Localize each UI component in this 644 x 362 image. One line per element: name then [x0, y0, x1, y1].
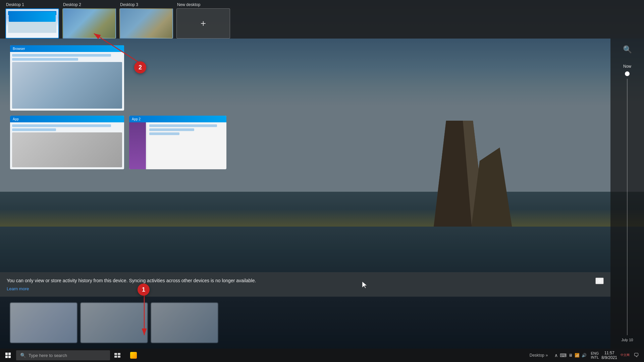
purple-sidebar [129, 122, 146, 169]
task-view-icon [114, 353, 120, 358]
timeline-line [627, 79, 628, 335]
network-icon[interactable]: 🖥 [569, 353, 573, 358]
svg-rect-12 [118, 353, 120, 355]
desktop-2-thumb[interactable] [62, 8, 116, 39]
window-content-1 [10, 52, 124, 111]
new-desktop-button[interactable]: + [176, 8, 230, 39]
windows-area: Browser App App 2 [0, 39, 610, 295]
lang-secondary: INTL [591, 355, 599, 359]
task-view-button[interactable] [110, 349, 125, 362]
caret-up-icon[interactable]: ∧ [554, 353, 558, 358]
content-image-2 [12, 132, 122, 167]
wifi-icon[interactable]: 📶 [575, 353, 580, 358]
taskbar-search[interactable]: 🔍 Type here to search [16, 350, 110, 360]
desktop-2-label: Desktop 2 [62, 2, 81, 7]
desktop-1-container: Desktop 1 [5, 2, 59, 39]
banner-close-button[interactable]: ✕ [595, 278, 604, 284]
window-titlebar-2: App [10, 116, 124, 122]
taskbar: 🔍 Type here to search Desktop » ∧ ⌨ 🖥 📶 [0, 349, 644, 362]
chinese-text: 中文网 [621, 354, 630, 357]
desktop-1-thumb[interactable] [5, 8, 59, 39]
start-square-4 [8, 356, 11, 358]
taskbar-right: Desktop » ∧ ⌨ 🖥 📶 🔊 ENG INTL 11:57 8/9/2… [527, 349, 644, 362]
lang-primary: ENG [591, 351, 599, 355]
window-preview-1[interactable]: Browser [10, 45, 124, 111]
speaker-icon[interactable]: 🔊 [582, 353, 587, 358]
notification-icon: 🗨 [634, 352, 639, 358]
desktop-3-thumb[interactable] [119, 8, 173, 39]
bottom-thumbnails [0, 297, 610, 349]
search-icon-timeline[interactable]: 🔍 [623, 45, 632, 54]
desktop-3-container: Desktop 3 [119, 2, 173, 39]
chinese-indicator[interactable]: 中文网 [620, 349, 630, 362]
content-bar-3 [12, 124, 111, 127]
now-label: Now [623, 64, 631, 69]
app-icon-1 [130, 352, 137, 359]
bar-b [149, 128, 194, 131]
notification-button[interactable]: 🗨 [631, 349, 641, 362]
timeline-date: July 10 [622, 338, 633, 342]
svg-rect-14 [118, 356, 120, 358]
window-titlebar-1: Browser [10, 45, 124, 52]
window-title-3: App 2 [132, 117, 141, 121]
content-bar-1 [12, 54, 111, 57]
timeline-panel: 🔍 Now July 10 [610, 39, 644, 349]
window-preview-3[interactable]: App 2 [129, 116, 226, 169]
new-desktop-container: New desktop + [176, 2, 230, 39]
desktop-3-label: Desktop 3 [119, 2, 138, 7]
language-indicator[interactable]: ENG INTL [591, 351, 599, 359]
start-square-1 [5, 353, 8, 355]
window-content-2 [10, 122, 124, 169]
taskbar-search-text: Type here to search [29, 353, 67, 358]
learn-more-link[interactable]: Learn more [7, 286, 256, 291]
content-bar-4 [12, 128, 56, 131]
content-bar-2 [12, 58, 78, 61]
taskbar-search-icon: 🔍 [20, 353, 26, 358]
bottom-thumb-1[interactable] [10, 303, 77, 343]
start-icon [5, 353, 11, 358]
annotation-step-2: 2 [134, 61, 146, 73]
window-preview-2[interactable]: App [10, 116, 124, 169]
content-image [12, 62, 122, 109]
desktop-strip: Desktop 1 Desktop 2 Desktop 3 New deskto… [0, 0, 644, 39]
window-title-2: App [13, 117, 19, 121]
start-square-3 [5, 356, 8, 358]
plus-icon: + [201, 18, 206, 29]
window-content-3 [129, 122, 226, 169]
activity-banner: You can only view or store activity hist… [0, 272, 610, 297]
clock-date: 8/9/2021 [601, 355, 617, 360]
new-desktop-label: New desktop [176, 2, 200, 7]
desktop-2-container: Desktop 2 [62, 2, 116, 39]
activity-banner-content: You can only view or store activity hist… [7, 278, 256, 291]
activity-banner-message: You can only view or store activity hist… [7, 278, 256, 284]
svg-rect-13 [114, 356, 117, 358]
bottom-thumb-2[interactable] [80, 303, 148, 343]
desktop-chevron-icon: » [546, 353, 548, 358]
taskbar-app-1[interactable] [126, 349, 141, 362]
sys-icons-group: ∧ ⌨ 🖥 📶 🔊 [552, 353, 589, 358]
desktop-button-label: Desktop [530, 353, 544, 358]
timeline-dot [625, 71, 630, 76]
annotation-step-1: 1 [138, 284, 150, 296]
window-titlebar-3: App 2 [129, 116, 226, 122]
taskbar-apps [126, 349, 141, 362]
desktop-button[interactable]: Desktop » [527, 353, 551, 358]
taskbar-clock[interactable]: 11:57 8/9/2021 [600, 351, 619, 360]
white-main [147, 122, 226, 169]
clock-time: 11:57 [604, 351, 614, 355]
desktop-1-label: Desktop 1 [5, 2, 24, 7]
bar-a [149, 124, 217, 127]
keyboard-icon[interactable]: ⌨ [560, 353, 567, 358]
bar-c [149, 132, 179, 135]
start-square-2 [8, 353, 11, 355]
start-button[interactable] [0, 349, 16, 362]
svg-rect-11 [114, 353, 117, 355]
window-title-1: Browser [13, 47, 25, 51]
bottom-thumb-3[interactable] [151, 303, 218, 343]
